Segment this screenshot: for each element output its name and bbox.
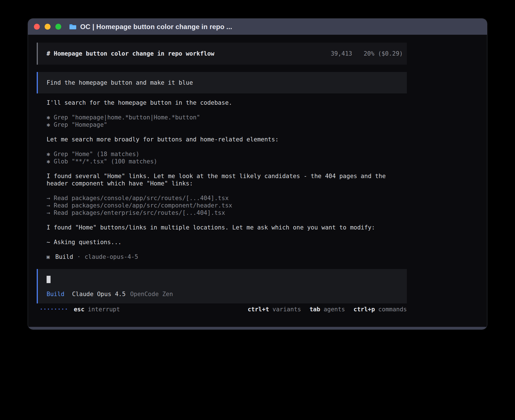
assistant-text: I found several "Home" links. Let me loo… [47,172,398,187]
interrupt-label: interrupt [88,306,120,313]
assistant-text: Let me search more broadly for buttons a… [47,136,398,143]
session-title: # Homepage button color change in repo w… [47,50,214,57]
provider-label: OpenCode Zen [130,290,173,298]
minimize-button[interactable] [45,24,51,30]
session-meta: 39,413 20% ($0.29) [331,50,403,57]
window-bottom-edge [28,327,487,329]
assistant-text: I found "Home" buttons/links in multiple… [47,224,398,231]
user-message: Find the homepage button and make it blu… [37,72,407,93]
tool-call-grep: ✱ Grep "Home" (18 matches) [47,150,398,158]
tool-call-grep: ✱ Grep "Homepage" [47,121,398,128]
tool-call-group: ✱ Grep "homepage|home.*button|Home.*butt… [47,114,407,128]
context-usage: 20% ($0.29) [364,50,403,57]
zoom-button[interactable] [55,24,61,30]
token-count: 39,413 [331,50,352,57]
user-message-text: Find the homepage button and make it blu… [47,79,193,86]
esc-key: esc [74,306,84,313]
terminal-window: OC | Homepage button color change in rep… [28,19,487,329]
hint-variants: ctrl+tvariants [248,306,301,313]
spinner-icon: ········ [40,306,68,313]
agent-indicator: ▣ Build · claude-opus-4-5 [47,253,407,261]
window-title: OC | Homepage button color change in rep… [80,23,232,30]
hint-commands: ctrl+pcommands [353,306,407,313]
tool-call-read: → Read packages/enterprise/src/routes/[.… [47,209,398,216]
mode-label: Build [47,290,64,298]
status-bar-right: ctrl+tvariants tabagents ctrl+pcommands [248,306,407,313]
terminal-content: # Homepage button color change in repo w… [28,35,487,327]
close-button[interactable] [34,24,40,30]
tool-call-read: → Read packages/console/app/src/routes/[… [47,194,398,202]
assistant-text: I'll search for the homepage button in t… [47,99,398,106]
commands-label: commands [378,306,407,313]
status-bar-left: ········ esc interrupt [37,306,120,313]
tool-call-group: ✱ Grep "Home" (18 matches) ✱ Glob "**/*.… [47,150,407,165]
tool-call-group: → Read packages/console/app/src/routes/[… [47,194,407,216]
status-asking-questions: ~ Asking questions... [47,239,398,246]
prompt-input[interactable]: Build Claude Opus 4.5 OpenCode Zen [37,269,407,303]
tool-call-grep: ✱ Grep "homepage|home.*button|Home.*butt… [47,114,398,121]
variants-label: variants [272,306,301,313]
titlebar[interactable]: OC | Homepage button color change in rep… [28,19,487,35]
tool-call-glob: ✱ Glob "**/*.tsx" (100 matches) [47,158,398,165]
model-label: Claude Opus 4.5 [72,290,126,298]
conversation: I'll search for the homepage button in t… [37,99,407,261]
agent-icon: ▣ [47,253,50,261]
hint-agents: tabagents [309,306,345,313]
window-controls [34,24,61,30]
session-header: # Homepage button color change in repo w… [37,43,407,65]
agents-label: agents [324,306,345,313]
status-bar: ········ esc interrupt ctrl+tvariants ta… [37,306,407,313]
agent-name: Build [55,253,73,261]
tab-key: tab [309,306,320,313]
tool-call-read: → Read packages/console/app/src/componen… [47,202,398,209]
agent-separator: · [77,253,81,261]
ctrl-p-key: ctrl+p [353,306,375,313]
ctrl-t-key: ctrl+t [248,306,269,313]
folder-icon [69,24,77,30]
agent-model: claude-opus-4-5 [85,253,138,261]
text-cursor [47,276,51,283]
input-status-line: Build Claude Opus 4.5 OpenCode Zen [47,290,398,298]
